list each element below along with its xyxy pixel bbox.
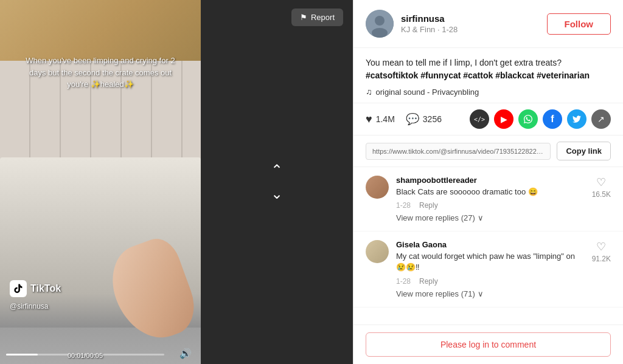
svg-point-1 xyxy=(375,16,385,26)
youtube-share-button[interactable]: ▶ xyxy=(494,109,513,129)
comment-item: Gisela Gaona My cat would forget which p… xyxy=(353,232,623,307)
comment-meta: 1-28 Reply xyxy=(396,201,585,210)
comment-like: ♡ 91.2K xyxy=(592,240,611,298)
tiktok-logo: TikTok xyxy=(10,280,61,297)
svg-point-2 xyxy=(372,28,388,38)
info-panel: sirfinnusa KJ & Finn · 1-28 Follow You m… xyxy=(353,0,623,364)
comments-count: 3256 xyxy=(423,114,442,124)
comment-item: shampoobottlereader Black Cats are soooo… xyxy=(353,167,623,232)
more-share-button[interactable]: ↗ xyxy=(591,109,611,129)
view-replies-button[interactable]: View more replies (71) ∨ xyxy=(396,289,585,298)
comment-date: 1-28 xyxy=(396,277,411,286)
tiktok-icon xyxy=(10,280,27,297)
like-count: 91.2K xyxy=(592,255,611,263)
reply-button[interactable]: Reply xyxy=(419,201,438,210)
likes-count: 1.4M xyxy=(376,114,395,124)
post-header: sirfinnusa KJ & Finn · 1-28 Follow xyxy=(353,0,623,48)
tiktok-brand-label: TikTok xyxy=(30,283,61,294)
twitter-share-button[interactable] xyxy=(567,109,586,129)
avatar xyxy=(366,10,394,38)
share-icons: </> ▶ f ↗ xyxy=(470,109,611,129)
user-info: sirfinnusa KJ & Finn · 1-28 xyxy=(366,10,458,38)
video-display: When you've been limping and crying for … xyxy=(0,0,201,364)
stats-row: ♥ 1.4M 💬 3256 </> ▶ f ↗ xyxy=(353,103,623,136)
caption-area: You mean to tell me if I limp, I don't g… xyxy=(353,48,623,103)
chevron-down-icon: ∨ xyxy=(478,289,484,298)
commenter-avatar xyxy=(366,240,389,263)
video-panel: When you've been limping and crying for … xyxy=(0,0,353,364)
volume-button[interactable]: 🔊 xyxy=(179,348,192,359)
stats-left: ♥ 1.4M 💬 3256 xyxy=(366,112,442,126)
user-details: sirfinnusa KJ & Finn · 1-28 xyxy=(401,13,458,34)
video-overlay-text: When you've been limping and crying for … xyxy=(18,55,183,91)
whatsapp-share-button[interactable] xyxy=(518,109,538,129)
flag-icon: ⚑ xyxy=(300,13,307,22)
comment-meta: 1-28 Reply xyxy=(396,277,585,286)
link-row: https://www.tiktok.com/@sirfinnusa/video… xyxy=(353,136,623,167)
heart-icon[interactable]: ♥ xyxy=(366,113,372,126)
commenter-username: Gisela Gaona xyxy=(396,240,585,249)
user-sub-label: KJ & Finn · 1-28 xyxy=(401,25,458,34)
comment-content: shampoobottlereader Black Cats are soooo… xyxy=(396,176,585,222)
view-replies-button[interactable]: View more replies (27) ∨ xyxy=(396,213,585,222)
login-comment-area: Please log in to comment xyxy=(353,325,623,364)
comment-text: My cat would forget which paw he was "li… xyxy=(396,251,585,273)
video-username: @sirfinnusa xyxy=(10,302,49,311)
video-middle-panel: ⚑ Report ⌃ ⌄ xyxy=(201,0,353,364)
comments-stat: 💬 3256 xyxy=(406,112,442,126)
comment-date: 1-28 xyxy=(396,201,411,210)
report-button[interactable]: ⚑ Report xyxy=(291,9,343,26)
commenter-username: shampoobottlereader xyxy=(396,176,585,185)
like-icon[interactable]: ♡ xyxy=(596,176,606,189)
music-note-icon: ♫ xyxy=(366,87,372,97)
commenter-avatar xyxy=(366,176,389,199)
follow-button[interactable]: Follow xyxy=(547,13,611,35)
copy-link-button[interactable]: Copy link xyxy=(557,142,611,160)
comment-text: Black Cats are soooooo dramatic too 😄 xyxy=(396,187,585,197)
login-comment-box[interactable]: Please log in to comment xyxy=(366,332,611,357)
share-link-input[interactable]: https://www.tiktok.com/@sirfinnusa/video… xyxy=(366,143,551,160)
likes-stat: ♥ 1.4M xyxy=(366,113,395,126)
username-label: sirfinnusa xyxy=(401,13,458,24)
nav-down-button[interactable]: ⌄ xyxy=(265,182,289,206)
comment-content: Gisela Gaona My cat would forget which p… xyxy=(396,240,585,298)
comment-like: ♡ 16.5K xyxy=(592,176,611,222)
reply-button[interactable]: Reply xyxy=(419,277,438,286)
like-icon[interactable]: ♡ xyxy=(596,240,606,253)
nav-up-button[interactable]: ⌃ xyxy=(265,158,289,182)
time-display: 00:01/00:05 xyxy=(6,352,164,359)
comments-area[interactable]: shampoobottlereader Black Cats are soooo… xyxy=(353,167,623,325)
comment-icon[interactable]: 💬 xyxy=(406,112,419,126)
sound-line: ♫ original sound - Privacynbling xyxy=(366,87,611,97)
caption-text: You mean to tell me if I limp, I don't g… xyxy=(366,57,611,82)
sound-label: original sound - Privacynbling xyxy=(376,88,479,97)
chevron-down-icon: ∨ xyxy=(478,213,484,222)
embed-share-button[interactable]: </> xyxy=(470,109,489,129)
like-count: 16.5K xyxy=(592,190,611,199)
facebook-share-button[interactable]: f xyxy=(543,109,562,129)
login-prompt[interactable]: Please log in to comment xyxy=(440,340,536,349)
